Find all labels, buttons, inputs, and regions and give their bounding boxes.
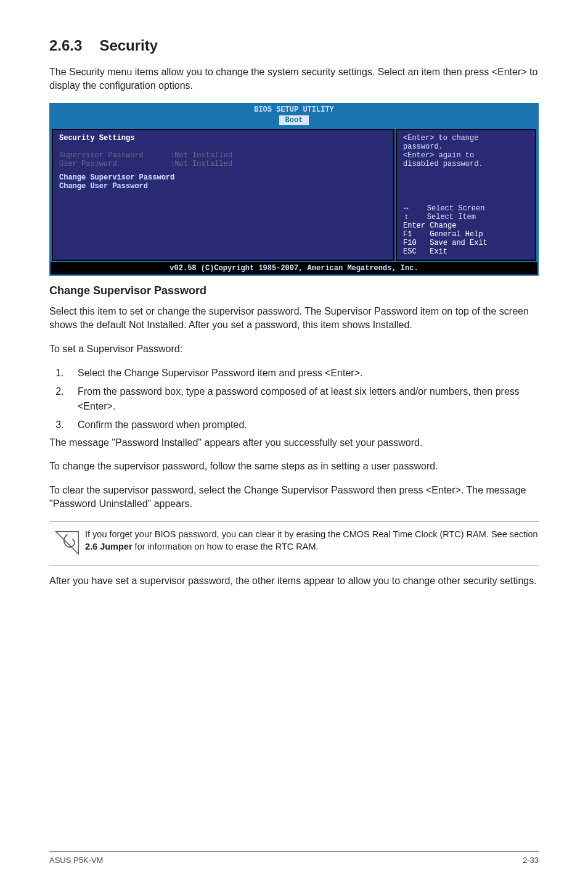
footer-left: ASUS P5K-VM bbox=[49, 856, 103, 865]
para5: To clear the supervisor password, select… bbox=[49, 484, 539, 511]
note-block: If you forget your BIOS password, you ca… bbox=[49, 521, 539, 566]
bios-user-row: User Password :Not Installed bbox=[59, 160, 387, 168]
bios-screenshot: BIOS SETUP UTILITY Boot Security Setting… bbox=[49, 103, 539, 276]
page-footer: ASUS P5K-VM 2-33 bbox=[49, 851, 539, 865]
bios-copyright: v02.58 (C)Copyright 1985-2007, American … bbox=[51, 262, 537, 274]
para4: To change the supervisor password, follo… bbox=[49, 460, 539, 473]
bios-nav-select-item: ↕ Select Item bbox=[403, 213, 529, 221]
para6: After you have set a supervisor password… bbox=[49, 574, 539, 588]
step-2: From the password box, type a password c… bbox=[67, 384, 539, 414]
bios-supervisor-value: :Not Installed bbox=[170, 151, 232, 160]
bios-supervisor-label: Supervisor Password bbox=[59, 151, 144, 160]
bios-help-l3: <Enter> again to bbox=[403, 151, 529, 160]
step-1: Select the Change Supervisor Password it… bbox=[67, 366, 539, 381]
note-text: If you forget your BIOS password, you ca… bbox=[85, 528, 539, 553]
bios-nav-f10: F10 Save and Exit bbox=[403, 239, 529, 247]
section-title: Security bbox=[99, 37, 158, 54]
bios-help-l4: disabled password. bbox=[403, 160, 529, 168]
bios-change-user: Change User Password bbox=[59, 182, 387, 191]
bios-tab-boot: Boot bbox=[279, 115, 309, 125]
bios-nav-esc: ESC Exit bbox=[403, 247, 529, 256]
note-bold: 2.6 Jumper bbox=[85, 542, 133, 551]
para2: To set a Supervisor Password: bbox=[49, 342, 539, 356]
bios-nav-enter: Enter Change bbox=[403, 221, 529, 230]
intro-paragraph: The Security menu items allow you to cha… bbox=[49, 65, 539, 93]
bios-nav-select-screen: ↔ Select Screen bbox=[403, 204, 529, 213]
section-number: 2.6.3 bbox=[49, 37, 82, 54]
bios-help-l2: password. bbox=[403, 142, 529, 151]
bios-tabbar: Boot bbox=[51, 115, 537, 128]
footer-right: 2-33 bbox=[523, 856, 539, 865]
bios-title: BIOS SETUP UTILITY bbox=[51, 104, 537, 115]
para3: The message "Password Installed" appears… bbox=[49, 436, 539, 450]
bios-left-panel: Security Settings Supervisor Password :N… bbox=[52, 129, 394, 261]
para1: Select this item to set or change the su… bbox=[49, 305, 539, 332]
step-3: Confirm the password when prompted. bbox=[67, 418, 539, 432]
bios-supervisor-row: Supervisor Password :Not Installed bbox=[59, 151, 387, 160]
note-icon bbox=[49, 528, 85, 556]
bios-change-supervisor: Change Supervisor Password bbox=[59, 173, 387, 182]
bios-help-l1: <Enter> to change bbox=[403, 134, 529, 142]
section-heading: 2.6.3Security bbox=[49, 37, 539, 54]
bios-security-heading: Security Settings bbox=[59, 134, 387, 142]
left-right-arrow-icon: ↔ bbox=[403, 204, 409, 213]
steps-list: Select the Change Supervisor Password it… bbox=[49, 366, 539, 432]
subheading: Change Supervisor Password bbox=[49, 284, 539, 297]
bios-user-label: User Password bbox=[59, 160, 117, 168]
bios-nav-f1: F1 General Help bbox=[403, 230, 529, 239]
bios-right-panel: <Enter> to change password. <Enter> agai… bbox=[396, 129, 536, 261]
bios-user-value: :Not Installed bbox=[170, 160, 232, 168]
note-post: for information on how to erase the RTC … bbox=[133, 542, 319, 551]
note-pre: If you forget your BIOS password, you ca… bbox=[85, 529, 538, 539]
up-down-arrow-icon: ↕ bbox=[403, 213, 409, 221]
paperclip-icon bbox=[54, 529, 81, 556]
